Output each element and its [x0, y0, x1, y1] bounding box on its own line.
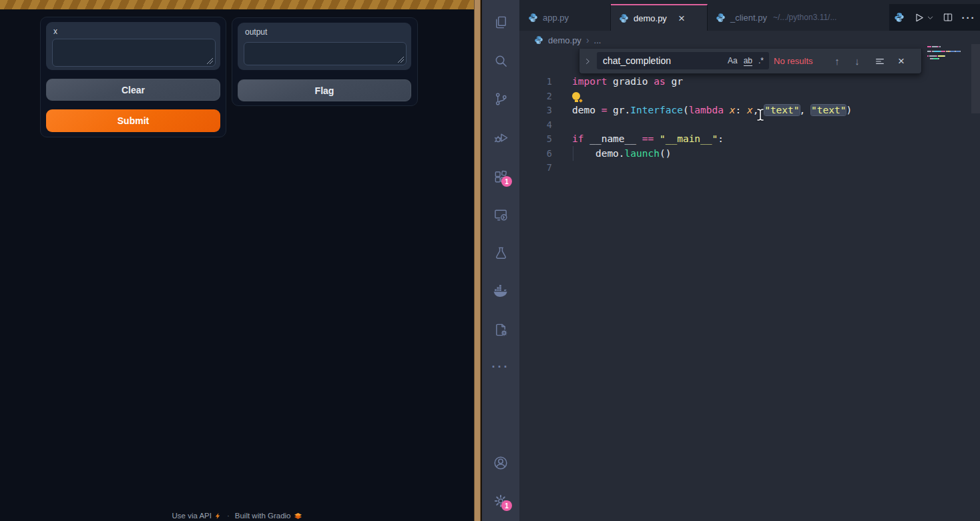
editor-code-area[interactable]: 1import gradio as gr23demo = gr.Interfac… [519, 75, 980, 521]
built-with-gradio-link[interactable]: Built with Gradio [235, 512, 291, 520]
input-block: x [46, 22, 220, 70]
resize-handle-icon[interactable] [207, 58, 213, 64]
docker-whale-icon [493, 284, 509, 300]
code-line[interactable]: 5if __name__ == "__main__": [519, 132, 980, 147]
activitybar-testing[interactable] [482, 239, 519, 266]
line-number: 3 [519, 103, 552, 118]
output-column-group: output Flag [232, 17, 418, 106]
footer-separator: · [227, 512, 230, 520]
screenshot-root: x Clear Submit output Flag Use via API·B… [0, 0, 980, 521]
code-line[interactable]: 1import gradio as gr [519, 75, 980, 89]
input-textarea[interactable] [52, 39, 216, 67]
editor-tab-bar: app.py demo.py × _client.py ~/.../python… [519, 0, 980, 31]
submit-button[interactable]: Submit [46, 109, 220, 132]
breadcrumb-separator: › [586, 35, 589, 45]
beaker-icon [493, 245, 509, 261]
search-icon [493, 53, 509, 69]
toggle-replace-button[interactable] [579, 49, 595, 73]
find-input[interactable]: chat_completion Aa ab .* [597, 52, 769, 69]
find-widget: chat_completion Aa ab .* No results ↑ ↓ … [579, 49, 922, 74]
tab-demo-py[interactable]: demo.py × [611, 4, 708, 31]
activitybar-docker[interactable] [482, 278, 519, 305]
python-interpreter-icon[interactable] [894, 12, 905, 23]
activitybar-settings[interactable]: 1 [482, 488, 519, 514]
indent-guide [573, 146, 573, 161]
use-via-api-link[interactable]: Use via API [172, 512, 211, 520]
account-icon [493, 455, 509, 471]
more-actions-icon[interactable]: ··· [962, 12, 976, 23]
find-query-text[interactable]: chat_completion [597, 55, 728, 66]
line-number: 1 [519, 75, 552, 89]
find-previous-button[interactable]: ↑ [829, 49, 845, 73]
flag-button[interactable]: Flag [238, 79, 411, 101]
gradio-footer: Use via API·Built with Gradio [0, 512, 474, 520]
code-line-text: demo.launch() [572, 147, 671, 161]
split-editor-icon[interactable] [943, 12, 953, 23]
activitybar-account[interactable] [482, 450, 519, 476]
breadcrumb-symbol[interactable]: ... [594, 35, 601, 45]
code-line[interactable]: 7 [519, 161, 980, 175]
line-number: 7 [519, 161, 552, 175]
input-label: x [53, 27, 57, 36]
code-line[interactable]: 2 [519, 89, 980, 104]
striped-progress-bar [0, 0, 474, 10]
tab-client-py[interactable]: _client.py ~/.../python3.11/... [708, 4, 877, 31]
python-file-icon [716, 13, 726, 23]
lightbulb-autofix-icon[interactable] [572, 92, 580, 100]
activitybar-more-views[interactable]: ··· [482, 354, 519, 380]
tab-path-hint: ~/.../python3.11/... [773, 13, 837, 22]
git-branch-icon [493, 91, 509, 107]
python-file-icon [528, 13, 538, 23]
settings-badge: 1 [501, 500, 512, 511]
tab-label: _client.py [730, 13, 767, 23]
code-line-text: if __name__ == "__main__": [572, 132, 724, 147]
activitybar-remote-explorer[interactable] [482, 201, 519, 228]
match-case-icon[interactable]: Aa [728, 56, 738, 65]
find-close-button[interactable]: × [893, 49, 909, 73]
ellipsis-icon: ··· [492, 360, 510, 374]
python-file-icon [619, 13, 629, 23]
tab-label: demo.py [634, 13, 667, 23]
output-textarea[interactable] [244, 42, 407, 65]
vscode-pane: 1 ··· 1 [482, 0, 980, 521]
activitybar-source-control[interactable] [482, 85, 519, 112]
chevron-down-icon [927, 14, 934, 21]
files-icon [493, 15, 509, 30]
editor-actions: ··· [889, 4, 980, 31]
code-line[interactable]: 4 [519, 118, 980, 133]
clear-button[interactable]: Clear [46, 79, 220, 101]
find-in-selection-icon [875, 56, 885, 67]
activitybar-code-tools[interactable] [482, 316, 519, 343]
bug-play-icon [493, 130, 509, 145]
activitybar-extensions[interactable]: 1 [482, 163, 519, 190]
regex-icon[interactable]: .* [758, 56, 764, 65]
breadcrumb-file[interactable]: demo.py [548, 35, 581, 45]
chevron-right-icon [583, 57, 592, 66]
tab-app-py[interactable]: app.py [520, 4, 611, 31]
run-python-file-button[interactable] [913, 12, 934, 23]
code-lines: 1import gradio as gr23demo = gr.Interfac… [519, 75, 980, 175]
code-line[interactable]: 3demo = gr.Interface(lambda x: x, "text"… [519, 103, 980, 118]
activitybar-search[interactable] [482, 47, 519, 74]
whole-word-icon[interactable]: ab [744, 56, 752, 66]
activitybar-explorer[interactable] [482, 9, 519, 35]
tab-close-icon[interactable]: × [678, 13, 685, 24]
api-lightning-icon [214, 512, 222, 520]
code-line[interactable]: 6 demo.launch() [519, 147, 980, 161]
find-in-selection-button[interactable] [872, 49, 888, 73]
find-results-status: No results [774, 49, 813, 73]
code-line-text [572, 89, 580, 104]
output-label: output [245, 27, 267, 37]
code-line-text: demo = gr.Interface(lambda x: x, "text",… [572, 103, 852, 118]
minimap-scrollbar[interactable] [971, 44, 980, 113]
find-next-button[interactable]: ↓ [849, 49, 865, 73]
gradio-logo-icon [294, 512, 302, 520]
resize-handle-icon[interactable] [398, 57, 404, 63]
breadcrumb: demo.py › ... [519, 31, 980, 49]
python-file-icon [534, 35, 543, 45]
minimap[interactable] [927, 46, 969, 63]
activitybar-run-debug[interactable] [482, 124, 519, 151]
mouse-text-cursor [756, 108, 765, 121]
input-column-group: x Clear Submit [40, 17, 226, 137]
line-number: 2 [519, 89, 552, 104]
